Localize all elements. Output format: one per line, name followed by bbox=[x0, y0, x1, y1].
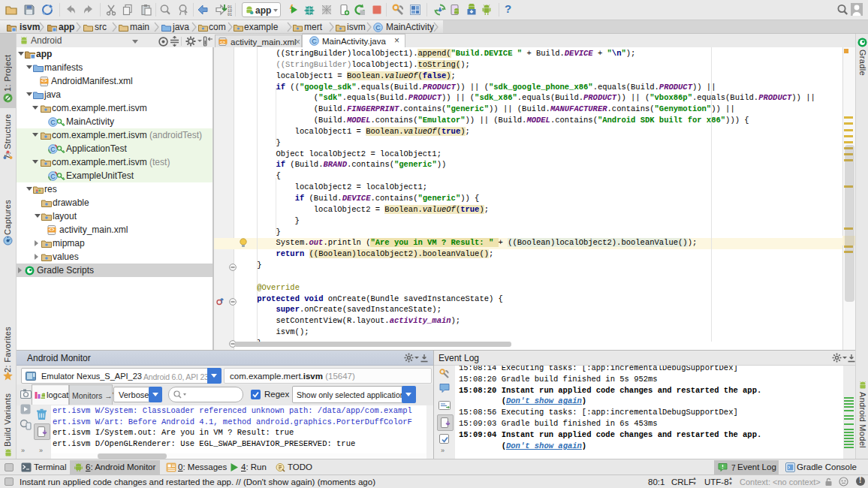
svg-text:C: C bbox=[312, 38, 317, 45]
svg-text:01: 01 bbox=[228, 13, 232, 16]
svg-text:<>: <> bbox=[49, 227, 55, 233]
svg-text:C: C bbox=[50, 173, 56, 180]
svg-text:<>: <> bbox=[220, 40, 226, 45]
svg-text:C: C bbox=[375, 24, 381, 32]
svg-text:C: C bbox=[50, 146, 56, 153]
svg-text:C: C bbox=[50, 119, 56, 126]
svg-text:<>: <> bbox=[41, 79, 47, 84]
